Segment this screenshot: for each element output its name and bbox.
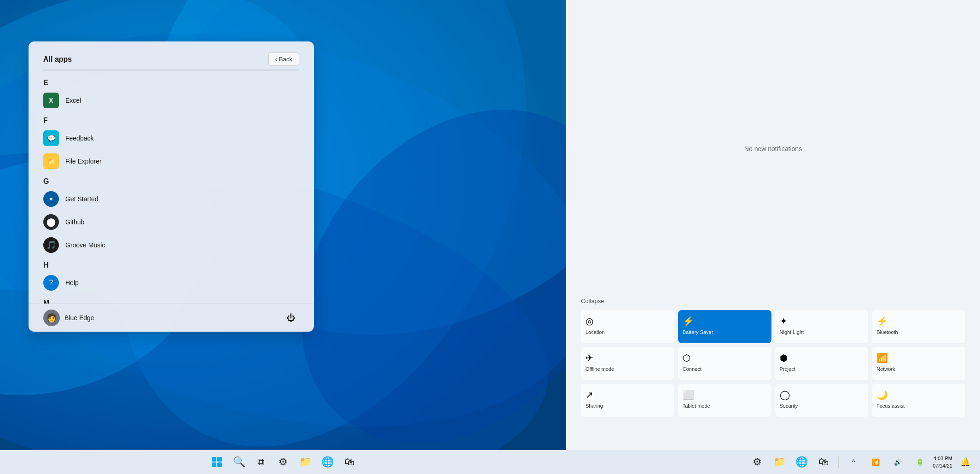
offline-mode-icon: ✈: [586, 352, 593, 363]
app-feedback[interactable]: 💬 Feedback: [40, 127, 303, 150]
back-button[interactable]: ‹ Back: [268, 53, 299, 66]
groove-music-icon: 🎵: [43, 237, 59, 253]
user-profile[interactable]: 🧑 Blue Edge: [43, 310, 94, 326]
battery-saver-label: Battery Saver: [683, 329, 713, 335]
feedback-icon: 💬: [43, 130, 59, 146]
focus-assist-label: Focus assist: [876, 403, 905, 409]
tile-battery-saver[interactable]: ⚡ Battery Saver: [678, 310, 771, 343]
tile-network[interactable]: 📶 Network: [872, 347, 965, 380]
apps-list: E X Excel F 💬 Feedback 📁 File Explorer G…: [29, 74, 314, 304]
focus-assist-icon: 🌙: [876, 389, 888, 400]
location-label: Location: [586, 329, 605, 335]
edge-taskbar-right[interactable]: 🌐: [792, 453, 811, 471]
quick-settings: Collapse ◎ Location ⚡ Battery Saver ✦ Ni…: [566, 298, 980, 426]
network-icon: 📶: [876, 352, 888, 363]
start-menu-footer: 🧑 Blue Edge ⏻: [29, 304, 314, 332]
app-help[interactable]: ? Help: [40, 271, 303, 294]
offline-mode-label: Offline mode: [586, 366, 614, 372]
security-label: Security: [780, 403, 798, 409]
security-icon: ◯: [780, 389, 790, 400]
task-view-button[interactable]: ⧉: [252, 453, 270, 471]
taskbar-separator: [838, 456, 839, 468]
date-display: 07/14/21: [933, 462, 952, 470]
quick-tiles-grid: ◎ Location ⚡ Battery Saver ✦ Night Light…: [581, 310, 965, 417]
help-label: Help: [65, 279, 79, 287]
get-started-label: Get Started: [65, 195, 99, 203]
groove-music-label: Groove Music: [65, 241, 105, 249]
file-explorer-taskbar-button[interactable]: 📁: [296, 453, 314, 471]
svg-rect-14: [217, 457, 222, 462]
app-file-explorer[interactable]: 📁 File Explorer: [40, 150, 303, 173]
excel-icon: X: [43, 93, 59, 108]
connect-icon: ⬡: [683, 352, 690, 363]
tile-bluetooth[interactable]: ⚡ Bluetooth: [872, 310, 965, 343]
notification-empty-area: No new notifications: [566, 0, 980, 298]
tile-sharing[interactable]: ↗ Sharing: [581, 384, 674, 417]
file-explorer-label: File Explorer: [65, 158, 102, 165]
project-icon: ⬢: [780, 352, 788, 363]
section-h: H: [40, 257, 303, 271]
tile-connect[interactable]: ⬡ Connect: [678, 347, 771, 380]
tile-location[interactable]: ◎ Location: [581, 310, 674, 343]
section-g: G: [40, 173, 303, 187]
settings-taskbar-button[interactable]: ⚙: [274, 453, 292, 471]
collapse-button[interactable]: Collapse: [581, 298, 965, 304]
all-apps-title: All apps: [43, 55, 72, 64]
battery-saver-icon: ⚡: [683, 316, 694, 327]
battery-icon[interactable]: 🔋: [910, 453, 929, 471]
tile-offline-mode[interactable]: ✈ Offline mode: [581, 347, 674, 380]
taskbar-right: ⚙ 📁 🌐 🛍 ^ 📶 🔊 🔋 4:03 PM 07/14/21 🔔: [566, 450, 980, 474]
bluetooth-icon: ⚡: [876, 316, 888, 327]
sharing-icon: ↗: [586, 389, 593, 400]
store-taskbar-right[interactable]: 🛍: [814, 453, 833, 471]
user-name: Blue Edge: [64, 314, 94, 322]
system-clock[interactable]: 4:03 PM 07/14/21: [933, 455, 952, 470]
network-label: Network: [876, 366, 895, 372]
settings-taskbar-right[interactable]: ⚙: [748, 453, 766, 471]
search-button[interactable]: 🔍: [230, 453, 248, 471]
start-menu-header: All apps ‹ Back: [29, 41, 314, 70]
back-chevron-icon: ‹: [275, 56, 277, 63]
taskbar-left: 🔍 ⧉ ⚙ 📁 🌐 🛍: [0, 450, 566, 474]
excel-label: Excel: [65, 97, 81, 104]
wifi-icon[interactable]: 📶: [866, 453, 885, 471]
section-m: M: [40, 294, 303, 304]
tile-night-light[interactable]: ✦ Night Light: [775, 310, 869, 343]
feedback-label: Feedback: [65, 135, 93, 142]
app-github[interactable]: ⬤ Github: [40, 211, 303, 234]
night-light-icon: ✦: [780, 316, 788, 327]
tablet-mode-label: Tablet mode: [683, 403, 710, 409]
volume-icon[interactable]: 🔊: [888, 453, 907, 471]
app-groove-music[interactable]: 🎵 Groove Music: [40, 234, 303, 257]
tile-focus-assist[interactable]: 🌙 Focus assist: [872, 384, 965, 417]
help-icon: ?: [43, 275, 59, 291]
connect-label: Connect: [683, 366, 702, 372]
power-button[interactable]: ⏻: [283, 310, 299, 326]
tile-security[interactable]: ◯ Security: [775, 384, 869, 417]
start-menu: All apps ‹ Back E X Excel F 💬 Feedback 📁…: [29, 41, 314, 332]
night-light-label: Night Light: [780, 329, 804, 335]
svg-rect-16: [217, 462, 222, 467]
chevron-up-icon[interactable]: ^: [844, 453, 863, 471]
github-icon: ⬤: [43, 214, 59, 230]
app-get-started[interactable]: ✦ Get Started: [40, 187, 303, 211]
taskbar-spacer: [566, 426, 980, 450]
location-icon: ◎: [586, 316, 593, 327]
file-explorer-icon: 📁: [43, 153, 59, 169]
file-explorer-taskbar-right[interactable]: 📁: [770, 453, 789, 471]
start-button[interactable]: [208, 453, 226, 471]
tile-tablet-mode[interactable]: ⬜ Tablet mode: [678, 384, 771, 417]
svg-rect-13: [212, 457, 216, 462]
user-avatar: 🧑: [43, 310, 60, 326]
edge-taskbar-button[interactable]: 🌐: [318, 453, 336, 471]
github-label: Github: [65, 218, 84, 226]
tile-project[interactable]: ⬢ Project: [775, 347, 869, 380]
store-taskbar-button[interactable]: 🛍: [340, 453, 359, 471]
notification-button[interactable]: 🔔: [956, 453, 974, 471]
project-label: Project: [780, 366, 795, 372]
divider: [43, 70, 299, 70]
no-notifications-text: No new notifications: [744, 145, 802, 152]
get-started-icon: ✦: [43, 191, 59, 207]
app-excel[interactable]: X Excel: [40, 89, 303, 112]
time-display: 4:03 PM: [933, 455, 952, 462]
